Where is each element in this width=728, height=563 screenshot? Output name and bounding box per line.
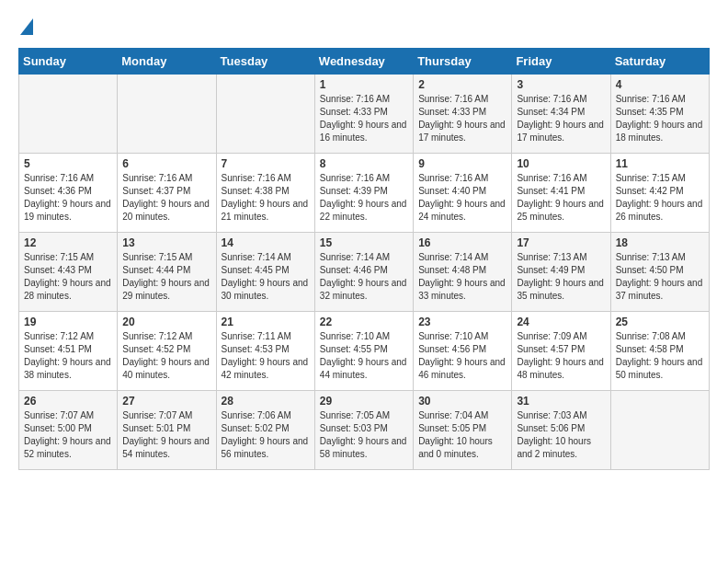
cell-content: Sunrise: 7:09 AMSunset: 4:57 PMDaylight:…	[517, 330, 605, 382]
sunset-text: Sunset: 4:45 PM	[222, 264, 310, 277]
daylight-text: Daylight: 9 hours and 42 minutes.	[222, 356, 310, 382]
sunrise-text: Sunrise: 7:14 AM	[222, 251, 310, 264]
cell-content: Sunrise: 7:05 AMSunset: 5:03 PMDaylight:…	[320, 409, 408, 461]
sunset-text: Sunset: 4:49 PM	[517, 264, 605, 277]
sunrise-text: Sunrise: 7:04 AM	[418, 409, 506, 422]
sunrise-text: Sunrise: 7:15 AM	[616, 172, 704, 185]
weekday-header: Saturday	[610, 49, 709, 75]
cell-content: Sunrise: 7:16 AMSunset: 4:33 PMDaylight:…	[418, 93, 506, 144]
cell-content: Sunrise: 7:14 AMSunset: 4:48 PMDaylight:…	[418, 251, 506, 303]
calendar-table: SundayMondayTuesdayWednesdayThursdayFrid…	[18, 48, 710, 470]
daylight-text: Daylight: 9 hours and 20 minutes.	[122, 198, 210, 224]
cell-content: Sunrise: 7:16 AMSunset: 4:35 PMDaylight:…	[616, 93, 704, 144]
day-number: 2	[418, 78, 506, 91]
calendar-cell: 1Sunrise: 7:16 AMSunset: 4:33 PMDaylight…	[314, 75, 413, 154]
svg-marker-0	[20, 18, 33, 35]
day-number: 8	[320, 157, 408, 170]
sunrise-text: Sunrise: 7:13 AM	[616, 251, 704, 264]
cell-content: Sunrise: 7:04 AMSunset: 5:05 PMDaylight:…	[418, 409, 506, 461]
daylight-text: Daylight: 9 hours and 21 minutes.	[222, 198, 310, 224]
sunset-text: Sunset: 4:35 PM	[616, 106, 704, 119]
sunset-text: Sunset: 4:33 PM	[418, 106, 506, 119]
weekday-header: Friday	[512, 49, 610, 75]
calendar-week-row: 26Sunrise: 7:07 AMSunset: 5:00 PMDayligh…	[19, 391, 710, 470]
sunset-text: Sunset: 4:52 PM	[122, 343, 210, 356]
sunset-text: Sunset: 4:43 PM	[24, 264, 112, 277]
cell-content: Sunrise: 7:16 AMSunset: 4:37 PMDaylight:…	[122, 172, 210, 224]
weekday-header-row: SundayMondayTuesdayWednesdayThursdayFrid…	[19, 49, 710, 75]
cell-content: Sunrise: 7:15 AMSunset: 4:42 PMDaylight:…	[616, 172, 704, 224]
calendar-cell: 15Sunrise: 7:14 AMSunset: 4:46 PMDayligh…	[314, 233, 413, 312]
day-number: 16	[418, 236, 506, 249]
day-number: 14	[222, 236, 310, 249]
cell-content: Sunrise: 7:16 AMSunset: 4:36 PMDaylight:…	[24, 172, 112, 224]
calendar-cell: 29Sunrise: 7:05 AMSunset: 5:03 PMDayligh…	[314, 391, 413, 470]
sunset-text: Sunset: 4:37 PM	[122, 185, 210, 198]
sunrise-text: Sunrise: 7:16 AM	[122, 172, 210, 185]
daylight-text: Daylight: 9 hours and 58 minutes.	[320, 435, 408, 461]
calendar-cell: 22Sunrise: 7:10 AMSunset: 4:55 PMDayligh…	[314, 312, 413, 391]
sunrise-text: Sunrise: 7:16 AM	[222, 172, 310, 185]
weekday-header: Monday	[118, 49, 216, 75]
calendar-cell	[216, 75, 314, 154]
sunrise-text: Sunrise: 7:16 AM	[517, 93, 605, 106]
sunset-text: Sunset: 4:53 PM	[222, 343, 310, 356]
sunset-text: Sunset: 4:33 PM	[320, 106, 408, 119]
daylight-text: Daylight: 9 hours and 17 minutes.	[418, 119, 506, 144]
calendar-week-row: 12Sunrise: 7:15 AMSunset: 4:43 PMDayligh…	[19, 233, 710, 312]
day-number: 10	[517, 157, 605, 170]
daylight-text: Daylight: 10 hours and 0 minutes.	[418, 435, 506, 461]
sunset-text: Sunset: 4:55 PM	[320, 343, 408, 356]
header	[18, 15, 710, 39]
sunrise-text: Sunrise: 7:07 AM	[122, 409, 210, 422]
calendar-cell: 8Sunrise: 7:16 AMSunset: 4:39 PMDaylight…	[314, 154, 413, 233]
daylight-text: Daylight: 9 hours and 54 minutes.	[122, 435, 210, 461]
daylight-text: Daylight: 9 hours and 56 minutes.	[222, 435, 310, 461]
cell-content: Sunrise: 7:06 AMSunset: 5:02 PMDaylight:…	[222, 409, 310, 461]
sunrise-text: Sunrise: 7:06 AM	[222, 409, 310, 422]
sunset-text: Sunset: 4:34 PM	[517, 106, 605, 119]
cell-content: Sunrise: 7:12 AMSunset: 4:52 PMDaylight:…	[122, 330, 210, 382]
sunrise-text: Sunrise: 7:15 AM	[24, 251, 112, 264]
sunset-text: Sunset: 4:39 PM	[320, 185, 408, 198]
sunset-text: Sunset: 4:40 PM	[418, 185, 506, 198]
sunrise-text: Sunrise: 7:14 AM	[320, 251, 408, 264]
weekday-header: Sunday	[19, 49, 118, 75]
calendar-cell: 5Sunrise: 7:16 AMSunset: 4:36 PMDaylight…	[19, 154, 118, 233]
sunset-text: Sunset: 4:41 PM	[517, 185, 605, 198]
day-number: 18	[616, 236, 704, 249]
sunrise-text: Sunrise: 7:10 AM	[418, 330, 506, 343]
day-number: 4	[616, 78, 704, 91]
day-number: 25	[616, 316, 704, 328]
day-number: 28	[222, 395, 310, 408]
daylight-text: Daylight: 9 hours and 46 minutes.	[418, 356, 506, 382]
daylight-text: Daylight: 9 hours and 38 minutes.	[24, 356, 112, 382]
cell-content: Sunrise: 7:15 AMSunset: 4:44 PMDaylight:…	[122, 251, 210, 303]
cell-content: Sunrise: 7:16 AMSunset: 4:33 PMDaylight:…	[320, 93, 408, 144]
calendar-cell: 26Sunrise: 7:07 AMSunset: 5:00 PMDayligh…	[19, 391, 118, 470]
daylight-text: Daylight: 9 hours and 44 minutes.	[320, 356, 408, 382]
daylight-text: Daylight: 9 hours and 32 minutes.	[320, 277, 408, 303]
sunrise-text: Sunrise: 7:08 AM	[616, 330, 704, 343]
daylight-text: Daylight: 9 hours and 48 minutes.	[517, 356, 605, 382]
daylight-text: Daylight: 9 hours and 37 minutes.	[616, 277, 704, 303]
day-number: 5	[24, 157, 112, 170]
calendar-cell: 14Sunrise: 7:14 AMSunset: 4:45 PMDayligh…	[216, 233, 314, 312]
day-number: 19	[24, 316, 112, 328]
cell-content: Sunrise: 7:13 AMSunset: 4:49 PMDaylight:…	[517, 251, 605, 303]
daylight-text: Daylight: 9 hours and 50 minutes.	[616, 356, 704, 382]
daylight-text: Daylight: 9 hours and 40 minutes.	[122, 356, 210, 382]
calendar-cell: 30Sunrise: 7:04 AMSunset: 5:05 PMDayligh…	[414, 391, 512, 470]
cell-content: Sunrise: 7:14 AMSunset: 4:46 PMDaylight:…	[320, 251, 408, 303]
sunrise-text: Sunrise: 7:16 AM	[320, 93, 408, 106]
calendar-week-row: 1Sunrise: 7:16 AMSunset: 4:33 PMDaylight…	[19, 75, 710, 154]
cell-content: Sunrise: 7:10 AMSunset: 4:56 PMDaylight:…	[418, 330, 506, 382]
calendar-cell	[118, 75, 216, 154]
day-number: 3	[517, 78, 605, 91]
day-number: 1	[320, 78, 408, 91]
sunrise-text: Sunrise: 7:16 AM	[320, 172, 408, 185]
daylight-text: Daylight: 9 hours and 35 minutes.	[517, 277, 605, 303]
day-number: 22	[320, 316, 408, 328]
sunset-text: Sunset: 5:01 PM	[122, 422, 210, 435]
sunrise-text: Sunrise: 7:16 AM	[616, 93, 704, 106]
